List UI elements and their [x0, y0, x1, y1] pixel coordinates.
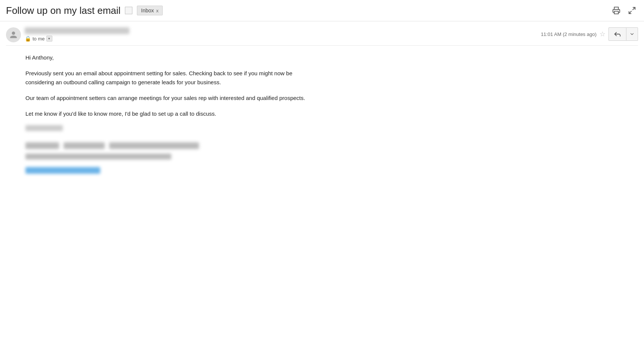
svg-line-1 [633, 7, 635, 10]
reply-button[interactable] [608, 27, 626, 41]
reply-icon [613, 30, 622, 38]
avatar [6, 27, 21, 42]
recipient-row: 🔒 to me ▾ [25, 36, 537, 42]
timestamp: 11:01 AM (2 minutes ago) [541, 31, 597, 37]
star-icon[interactable]: ☆ [599, 30, 605, 38]
reply-button-group [608, 27, 638, 41]
inbox-tab-close[interactable]: x [156, 8, 159, 13]
sender-info: 🔒 to me ▾ [25, 27, 537, 42]
title-checkbox[interactable] [125, 7, 132, 14]
footer-line-1 [25, 142, 313, 149]
dropdown-chevron-icon [629, 31, 635, 37]
expand-button[interactable] [626, 4, 638, 16]
email-title: Follow up on my last email [6, 5, 120, 16]
footer-link-blurred [25, 167, 100, 174]
reply-dropdown-button[interactable] [626, 27, 638, 41]
to-me-text: to me [33, 36, 45, 42]
inbox-tab[interactable]: Inbox x [137, 6, 163, 15]
footer-blurred-1 [25, 142, 59, 149]
print-icon [612, 6, 620, 15]
sender-name-blurred [25, 27, 129, 34]
top-bar-icons [610, 4, 638, 16]
footer-blurred-3 [109, 142, 199, 149]
signature-blurred [25, 125, 63, 131]
footer-blurred-2 [64, 142, 105, 149]
email-meta-right: 11:01 AM (2 minutes ago) ☆ [541, 27, 638, 41]
svg-line-2 [629, 11, 631, 13]
svg-rect-0 [614, 11, 619, 14]
sender-name-row [25, 27, 537, 34]
email-paragraph-2: Our team of appointment setters can arra… [25, 94, 313, 103]
expand-icon [628, 6, 636, 15]
footer-block [25, 142, 313, 181]
email-greeting: Hi Anthony, [25, 53, 313, 62]
top-bar: Follow up on my last email Inbox x [0, 0, 644, 21]
print-button[interactable] [610, 4, 622, 16]
recipient-dropdown[interactable]: ▾ [46, 36, 52, 42]
inbox-tab-label: Inbox [141, 7, 154, 13]
email-body: Hi Anthony, Previously sent you an email… [6, 46, 313, 189]
footer-blurred-4 [25, 154, 171, 160]
email-content-area: 🔒 to me ▾ 11:01 AM (2 minutes ago) ☆ [0, 21, 644, 189]
email-paragraph-3: Let me know if you'd like to know more, … [25, 109, 313, 118]
lock-icon: 🔒 [25, 36, 31, 42]
email-header-row: 🔒 to me ▾ 11:01 AM (2 minutes ago) ☆ [6, 21, 638, 46]
email-paragraph-1: Previously sent you an email about appoi… [25, 69, 313, 87]
avatar-icon [9, 31, 18, 39]
